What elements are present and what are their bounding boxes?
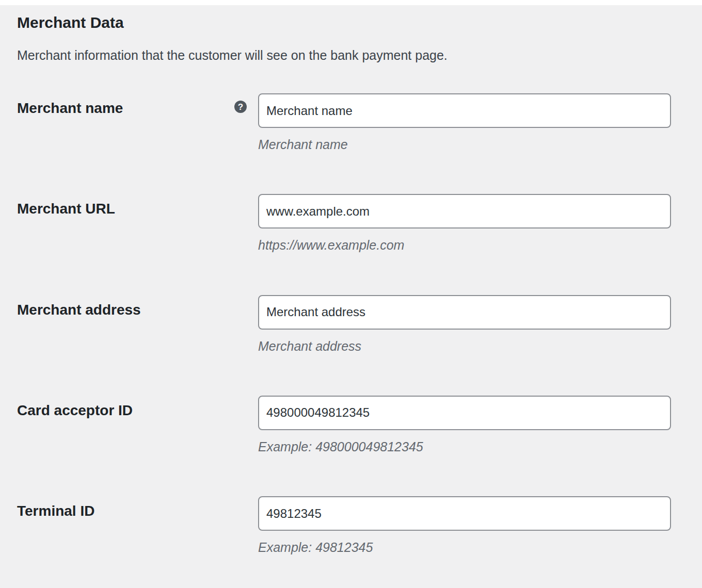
field-label: Merchant address <box>17 301 141 319</box>
text-input[interactable] <box>258 295 671 330</box>
field-row: Merchant name ? Merchant name <box>17 93 671 153</box>
field-input-cell: Example: 49812345 <box>258 496 671 556</box>
field-label-cell: Merchant address ? <box>17 295 258 319</box>
field-row: Merchant address ? Merchant address <box>17 295 671 354</box>
top-edge-strip <box>0 0 702 5</box>
help-icon[interactable]: ? <box>234 101 247 113</box>
field-input-cell: Merchant name <box>258 93 671 153</box>
settings-section-merchant-data: Merchant Data Merchant information that … <box>0 12 702 556</box>
helper-text: Example: 498000049812345 <box>258 439 671 455</box>
field-input-cell: Example: 498000049812345 <box>258 396 671 455</box>
field-label-cell: Merchant name ? <box>17 93 258 117</box>
helper-text: Merchant address <box>258 338 671 354</box>
field-label-cell: Terminal ID ? <box>17 496 258 520</box>
section-title: Merchant Data <box>17 12 671 34</box>
field-row: Merchant URL ? https://www.example.com <box>17 194 671 253</box>
field-row: Terminal ID ? Example: 49812345 <box>17 496 671 556</box>
field-label: Merchant name <box>17 100 123 117</box>
text-input[interactable] <box>258 194 671 228</box>
field-row: Card acceptor ID ? Example: 498000049812… <box>17 396 671 455</box>
text-input[interactable] <box>258 496 671 531</box>
field-label-cell: Merchant URL ? <box>17 194 258 218</box>
text-input[interactable] <box>258 396 671 430</box>
field-label: Card acceptor ID <box>17 402 133 419</box>
merchant-data-form: Merchant name ? Merchant name Merchant U… <box>17 93 671 556</box>
helper-text: Merchant name <box>258 137 671 153</box>
field-label-cell: Card acceptor ID ? <box>17 396 258 419</box>
helper-text: Example: 49812345 <box>258 540 671 556</box>
field-label: Merchant URL <box>17 200 115 218</box>
field-label: Terminal ID <box>17 502 94 520</box>
field-input-cell: https://www.example.com <box>258 194 671 253</box>
section-description: Merchant information that the customer w… <box>17 47 671 64</box>
text-input[interactable] <box>258 93 671 128</box>
helper-text: https://www.example.com <box>258 237 671 253</box>
field-input-cell: Merchant address <box>258 295 671 354</box>
